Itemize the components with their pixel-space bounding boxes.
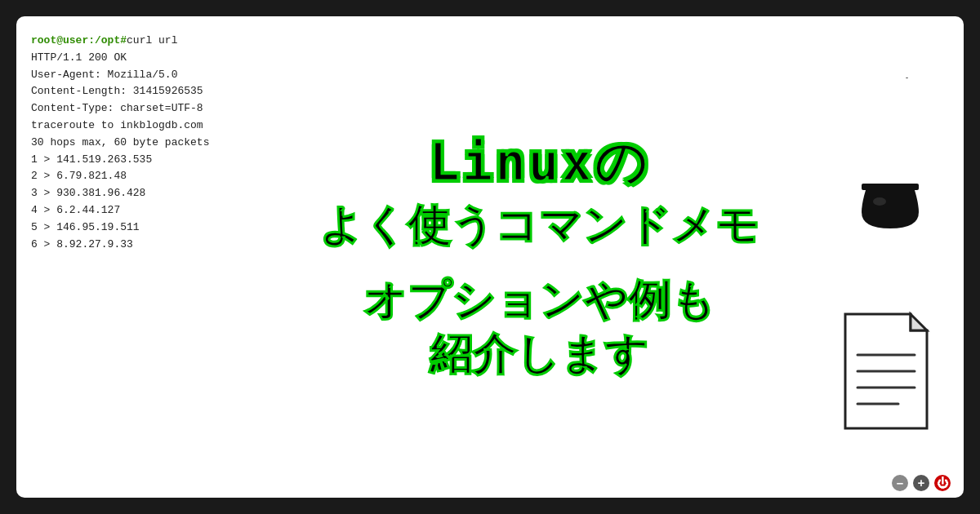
prompt-cmd: curl url <box>127 34 177 47</box>
terminal-line-6: 30 hops max, 60 byte packets <box>31 135 247 152</box>
heading-line2: よく使うコマンドメモ <box>319 200 760 250</box>
terminal-line-1: HTTP/1.1 200 OK <box>31 50 247 67</box>
terminal-line-5: traceroute to inkblogdb.com <box>31 117 247 135</box>
terminal-line-3: Content-Length: 31415926535 <box>31 83 247 100</box>
terminal-line-8: 2 > 6.79.821.48 <box>31 168 247 185</box>
terminal-line-10: 4 > 6.2.44.127 <box>31 202 247 219</box>
heading-line3: オプションや例も <box>319 275 760 326</box>
terminal-line-11: 5 > 146.95.19.511 <box>31 219 247 237</box>
terminal-line-7: 1 > 141.519.263.535 <box>31 152 247 169</box>
svg-rect-4 <box>862 184 919 190</box>
center-panel: Linuxの よく使うコマンドメモ オプションや例も 紹介します <box>261 16 817 498</box>
svg-rect-3 <box>888 78 909 78</box>
maximize-button[interactable]: + <box>913 475 929 491</box>
minimize-button[interactable]: − <box>892 475 908 491</box>
prompt-root: root@user:/opt# <box>31 34 127 47</box>
terminal-line-4: Content-Type: charset=UTF-8 <box>31 100 247 117</box>
terminal-line-2: User-Agent: Mozilla/5.0 <box>31 67 247 84</box>
document-icon <box>837 306 943 436</box>
heading-line1: Linuxの <box>319 134 760 191</box>
terminal-line-12: 6 > 8.92.27.9.33 <box>31 237 247 254</box>
bottom-controls: − + ⏻ <box>892 475 951 491</box>
main-window: root@user:/opt#curl url HTTP/1.1 200 OK … <box>16 16 964 498</box>
close-button[interactable]: ⏻ <box>934 475 951 491</box>
right-icons-panel <box>817 16 964 498</box>
svg-point-5 <box>873 197 886 206</box>
terminal-line-9: 3 > 930.381.96.428 <box>31 185 247 202</box>
heading-line4: 紹介します <box>319 329 760 379</box>
pen-inkwell-icon <box>845 78 935 233</box>
terminal-prompt-line: root@user:/opt#curl url <box>31 33 247 50</box>
terminal-panel: root@user:/opt#curl url HTTP/1.1 200 OK … <box>16 16 261 498</box>
